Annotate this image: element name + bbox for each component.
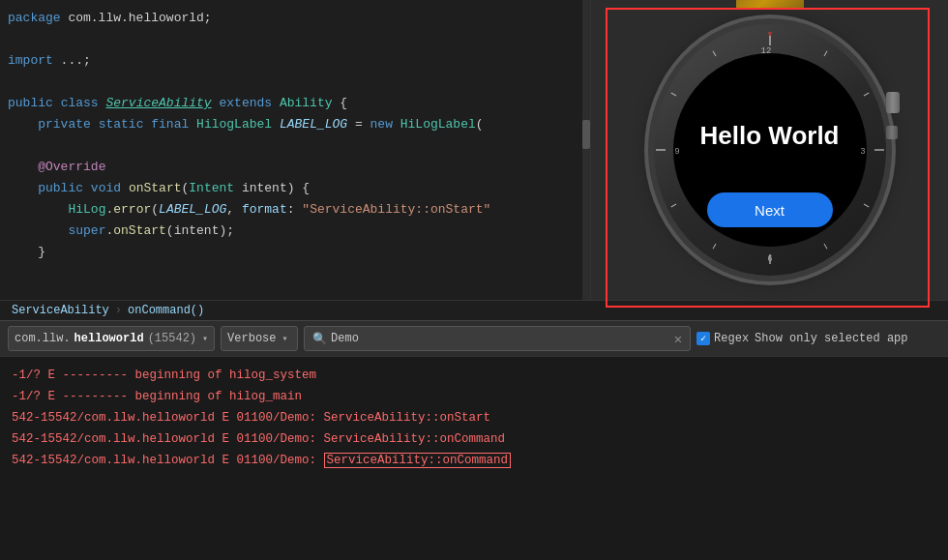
svg-line-6	[824, 244, 827, 249]
watch-next-button[interactable]: Next	[707, 192, 833, 227]
svg-line-2	[824, 51, 827, 56]
log-level-text: Verbose	[227, 332, 276, 345]
editor-scrollbar[interactable]	[582, 0, 590, 300]
code-line-2	[0, 29, 590, 50]
app-name-prefix: com.llw.	[15, 332, 71, 345]
code-line-8: @Override	[0, 157, 590, 178]
log-line-1: -1/? E --------- beginning of hilog_syst…	[12, 365, 936, 386]
watch-case: Hello World Next	[654, 24, 886, 276]
code-editor: package com.llw.helloworld; import ...; …	[0, 0, 590, 300]
top-section: package com.llw.helloworld; import ...; …	[0, 0, 948, 300]
watch-side-button	[886, 126, 898, 139]
breadcrumb-separator: ›	[115, 304, 122, 317]
code-line-10: HiLog . error ( LABEL_LOG , format : "Se…	[0, 199, 590, 221]
code-line-12: }	[0, 242, 590, 263]
regex-checkbox-group[interactable]: ✓ Regex	[696, 332, 749, 345]
svg-text:6: 6	[767, 254, 772, 264]
bottom-bar	[0, 550, 948, 560]
device-preview: Hello World Next	[590, 0, 948, 300]
main-container: package com.llw.helloworld; import ...; …	[0, 0, 948, 560]
editor-scrollbar-thumb	[582, 120, 590, 149]
svg-marker-0	[768, 32, 772, 40]
svg-line-5	[863, 204, 868, 207]
log-line-5: 542-15542/com.llw.helloworld E 01100/Dem…	[12, 450, 936, 471]
app-id: (15542)	[148, 332, 196, 345]
breadcrumb-bar: ServiceAbility › onCommand()	[0, 300, 948, 320]
level-arrow: ▾	[282, 333, 288, 344]
log-line-4: 542-15542/com.llw.helloworld E 01100/Dem…	[12, 428, 936, 450]
log-line-3: 542-15542/com.llw.helloworld E 01100/Dem…	[12, 407, 936, 428]
toolbar: com.llw.helloworld (15542) ▾ Verbose ▾ 🔍…	[0, 320, 948, 357]
code-line-7	[0, 135, 590, 157]
svg-line-11	[670, 93, 675, 96]
code-line-11: super . onStart (intent);	[0, 221, 590, 242]
breadcrumb-item-1[interactable]: ServiceAbility	[12, 304, 109, 317]
app-selector-arrow: ▾	[202, 333, 208, 344]
regex-checkbox[interactable]: ✓	[696, 332, 710, 345]
code-line-1: package com.llw.helloworld;	[0, 8, 590, 29]
code-line-4	[0, 72, 590, 93]
search-box[interactable]: 🔍 Demo ✕	[304, 326, 691, 351]
code-line-3: import ...;	[0, 50, 590, 72]
svg-line-8	[713, 244, 716, 249]
log-line-2: -1/? E --------- beginning of hilog_main	[12, 386, 936, 407]
svg-line-9	[670, 204, 675, 207]
code-line-6: private static final HilogLabel LABEL_LO…	[0, 114, 590, 135]
show-selected-app-label: Show only selected app	[755, 332, 907, 345]
svg-line-3	[863, 93, 868, 96]
code-line-9: public void onStart ( Intent intent) {	[0, 178, 590, 199]
app-selector[interactable]: com.llw.helloworld (15542) ▾	[8, 326, 215, 351]
breadcrumb-item-2[interactable]: onCommand()	[128, 304, 204, 317]
search-input-value[interactable]: Demo	[331, 332, 670, 345]
search-clear-button[interactable]: ✕	[674, 331, 682, 347]
log-highlight: ServiceAbility::onCommand	[324, 453, 512, 468]
code-line-5: public class ServiceAbility extends Abil…	[0, 93, 590, 114]
app-name-bold: helloworld	[74, 332, 144, 345]
watch-container: Hello World Next	[635, 0, 905, 300]
search-icon: 🔍	[312, 332, 327, 346]
watch-crown	[886, 92, 900, 113]
watch-band-top	[736, 0, 804, 10]
log-panel: -1/? E --------- beginning of hilog_syst…	[0, 357, 948, 550]
regex-label: Regex	[714, 332, 749, 345]
watch-screen: Hello World Next	[673, 53, 867, 247]
svg-line-12	[713, 51, 716, 56]
watch-hello-world-text: Hello World	[700, 121, 840, 151]
log-level-selector[interactable]: Verbose ▾	[221, 326, 298, 351]
